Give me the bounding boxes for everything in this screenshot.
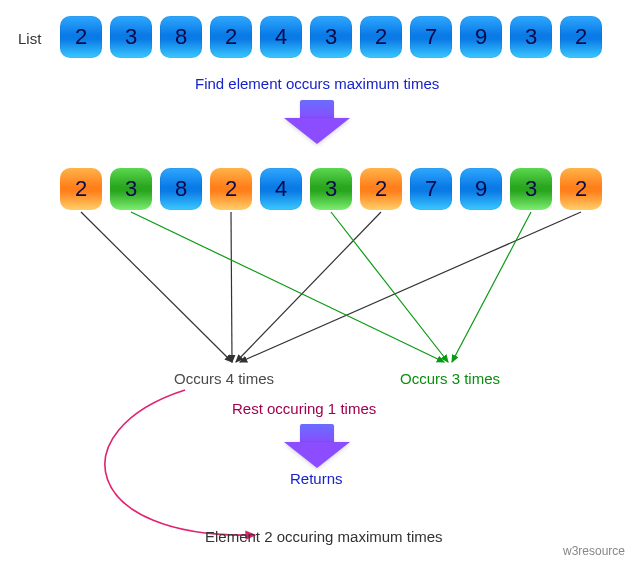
list-top-item: 8	[160, 16, 202, 58]
list-top-item: 2	[60, 16, 102, 58]
list-bottom-item: 3	[510, 168, 552, 210]
list-top-item: 3	[510, 16, 552, 58]
svg-line-2	[236, 212, 381, 362]
occurs-4-label: Occurs 4 times	[174, 370, 274, 387]
list-bottom-item: 3	[110, 168, 152, 210]
list-bottom-item: 4	[260, 168, 302, 210]
list-top-item: 3	[110, 16, 152, 58]
returns-label: Returns	[290, 470, 343, 487]
diagram-canvas: List 2 3 8 2 4 3 2 7 9 3 2 Find element …	[0, 0, 633, 564]
list-top-item: 2	[210, 16, 252, 58]
list-bottom-item: 2	[560, 168, 602, 210]
list-bottom-item: 8	[160, 168, 202, 210]
list-bottom-item: 2	[60, 168, 102, 210]
list-top-item: 7	[410, 16, 452, 58]
watermark: w3resource	[563, 544, 625, 558]
list-top-item: 2	[560, 16, 602, 58]
list-label: List	[18, 30, 41, 47]
down-arrow-icon	[284, 424, 350, 468]
list-bottom-item: 2	[210, 168, 252, 210]
rest-label: Rest occuring 1 times	[232, 400, 376, 417]
svg-line-1	[231, 212, 232, 362]
svg-line-4	[131, 212, 444, 362]
list-top-item: 4	[260, 16, 302, 58]
result-label: Element 2 occuring maximum times	[205, 528, 443, 545]
list-bottom-item: 7	[410, 168, 452, 210]
occurs-3-label: Occurs 3 times	[400, 370, 500, 387]
svg-line-3	[240, 212, 581, 362]
svg-line-0	[81, 212, 232, 362]
svg-line-6	[452, 212, 531, 362]
svg-line-5	[331, 212, 448, 362]
list-top-item: 2	[360, 16, 402, 58]
list-bottom-item: 9	[460, 168, 502, 210]
list-bottom-item: 3	[310, 168, 352, 210]
down-arrow-icon	[284, 100, 350, 144]
find-caption: Find element occurs maximum times	[195, 75, 439, 92]
list-top-item: 3	[310, 16, 352, 58]
list-bottom-item: 2	[360, 168, 402, 210]
list-top-item: 9	[460, 16, 502, 58]
